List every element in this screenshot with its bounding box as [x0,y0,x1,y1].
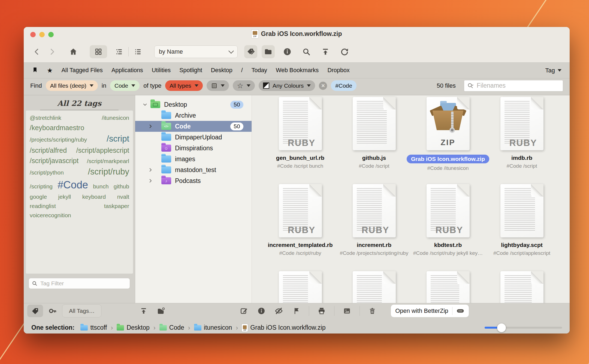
tag-keyboard[interactable]: keyboard [82,194,106,200]
bookmark-item-root[interactable]: / [241,67,243,74]
tags-button[interactable] [244,45,257,58]
tree-item-code[interactable]: Code 50 [135,121,252,132]
bookmark-item-web-bookmarks[interactable]: Web Bookmarks [276,67,319,74]
tag-bunch[interactable]: bunch [93,183,108,189]
breadcrumb-item-code[interactable]: Code [159,324,184,331]
colours-filter-dropdown[interactable]: Any Colours [259,80,315,91]
file-partial[interactable] [337,271,411,303]
tag-script-ruby[interactable]: /script/ruby [88,167,129,176]
edit-button[interactable] [236,305,252,317]
clear-filters-button[interactable] [319,82,327,90]
tag-stretchlink[interactable]: @stretchlink [30,115,61,121]
breadcrumb-item-zip-file[interactable]: Grab iOS Icon.workflow.zip [242,324,325,332]
tag-itunesicon[interactable]: /itunesicon [102,115,129,121]
sort-by-select[interactable]: by Name [154,45,238,58]
file-partial[interactable] [411,271,485,303]
active-tag-token[interactable]: #Code [331,80,357,91]
tag-script-alfred[interactable]: /script/alfred [30,147,67,154]
bookmark-item-today[interactable]: Today [252,67,267,74]
tag-filter-field[interactable] [29,278,130,289]
slider-track[interactable] [485,327,562,329]
file-partial[interactable] [485,271,559,303]
bookmark-item-desktop[interactable]: Desktop [211,67,232,74]
tag-google[interactable]: google [30,194,47,200]
file-increment-templated[interactable]: RUBY increment_templated.rb #Code /scrip… [263,184,337,271]
hide-button[interactable] [271,305,287,317]
filename-search-field[interactable] [464,80,563,91]
icon-size-slider[interactable] [485,327,562,329]
key-tool-button[interactable] [45,305,61,317]
type-dropdown[interactable]: All types [165,80,203,91]
file-partial[interactable] [263,271,337,303]
bookmark-item-dropbox[interactable]: Dropbox [327,67,349,74]
tree-item-archive[interactable]: Archive [135,110,252,121]
file-gen-bunch-url[interactable]: RUBY gen_bunch_url.rb #Code /script bunc… [263,97,337,184]
location-dropdown[interactable]: Code [110,80,140,91]
breadcrumb-item-ttscoff[interactable]: ttscoff [80,324,107,331]
print-button[interactable] [314,305,330,317]
bookmark-item-all-tagged-files[interactable]: All Tagged Files [62,67,103,74]
all-tags-button[interactable]: All Tags… [62,304,101,317]
info-button[interactable] [281,45,294,58]
bookmark-item-spotlight[interactable]: Spotlight [179,67,202,74]
file-kbdtest-rb[interactable]: RUBY kbdtest.rb #Code /script/ruby jekyl… [411,184,485,271]
tag-script[interactable]: /script [107,134,129,143]
scope-dropdown[interactable]: All files (deep) [46,80,98,91]
image-button[interactable] [339,305,355,317]
file-imdb-rb[interactable]: RUBY imdb.rb #Code /script [485,97,559,184]
home-button[interactable] [67,45,80,58]
tag-keyboardmaestro[interactable]: /keyboardmaestro [30,124,84,131]
filename-search-input[interactable] [476,82,560,90]
tag-filter-input[interactable] [40,280,127,287]
file-grab-ios-icon-zip[interactable]: ZIP Grab iOS Icon.workflow.zip #Code /it… [411,97,485,184]
tag-script-markpearl[interactable]: /script/markpearl [87,158,129,164]
tag-readinglist[interactable]: readinglist [30,203,56,209]
file-github-js[interactable]: github.js #Code /script [337,97,411,184]
file-lightbyday-scpt[interactable]: lightbyday.scpt #Code /script/applescrip… [485,184,559,271]
scroll-to-top-button[interactable] [319,45,332,58]
slider-knob[interactable] [497,323,506,332]
back-button[interactable] [30,45,43,58]
chevron-down-icon[interactable] [142,102,148,107]
breadcrumb-item-desktop[interactable]: Desktop [117,324,149,331]
forward-button[interactable] [46,45,59,58]
bookmark-item-applications[interactable]: Applications [111,67,143,74]
grouped-list-view-button[interactable] [113,45,126,58]
tag-scripting[interactable]: /scripting [30,183,53,189]
tag-menu[interactable]: Tag [545,67,561,74]
star-icon[interactable]: ★ [47,67,53,74]
tag-voicerecognition[interactable]: voicerecognition [30,212,71,218]
tag-taskpaper[interactable]: taskpaper [104,203,129,209]
scroll-to-top-button[interactable] [136,305,152,317]
tree-item-desktop[interactable]: Desktop 50 [135,99,252,110]
bookmark-icon[interactable] [32,67,38,74]
tree-item-podcasts[interactable]: Podcasts [135,175,252,186]
tree-item-dimspirations[interactable]: Dimspirations [135,143,252,154]
search-icon[interactable] [300,45,313,58]
tag-jekyll[interactable]: jekyll [58,194,71,200]
bookmark-item-utilities[interactable]: Utilities [152,67,171,74]
info-button[interactable] [253,305,269,317]
chevron-right-icon[interactable] [148,178,153,183]
file-increment-rb[interactable]: RUBY increment.rb #Code /projects/script… [337,184,411,271]
list-view-button[interactable] [131,45,144,58]
tree-item-mastodon-test[interactable]: mastodon_test [135,164,252,175]
rating-filter-dropdown[interactable]: ☆ [233,80,255,91]
tag-script-python[interactable]: /script/python [30,170,64,176]
chevron-right-icon[interactable] [148,167,153,173]
new-folder-button[interactable] [153,305,169,317]
tag-code[interactable]: #Code [58,180,88,191]
chevron-right-icon[interactable] [148,124,153,129]
flag-button[interactable] [288,305,304,317]
trash-button[interactable] [364,305,380,317]
tag-script-javascript[interactable]: /script/javascript [30,157,78,164]
refresh-button[interactable] [338,45,351,58]
tag-github[interactable]: github [114,183,129,189]
tag-tool-button[interactable] [27,305,43,317]
more-options-icon[interactable] [456,307,464,315]
open-with-betterzip-button[interactable]: Open with BetterZip [391,305,469,317]
tree-item-images[interactable]: images [135,154,252,164]
grid-view-button[interactable] [90,45,107,58]
tag-projects-scripting-ruby[interactable]: /projects/scripting/ruby [30,137,87,143]
tag-script-applescript[interactable]: /script/applescript [76,147,129,154]
